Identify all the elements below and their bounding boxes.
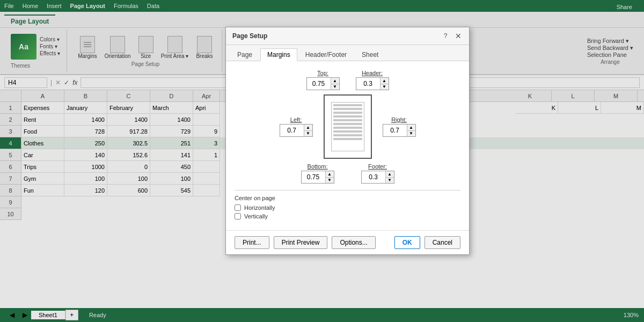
- vertically-checkbox-row: Vertically: [235, 213, 460, 219]
- close-button[interactable]: ✕: [454, 32, 463, 40]
- header-margin-input[interactable]: [356, 78, 380, 90]
- top-margin-spinner-btns: ▲ ▼: [331, 78, 339, 90]
- bottom-margin-down[interactable]: ▼: [325, 177, 334, 183]
- page-preview-lines: [332, 103, 364, 143]
- preview-line: [333, 108, 362, 110]
- print-button[interactable]: Print...: [235, 236, 269, 249]
- footer-margin-spinner[interactable]: ▲ ▼: [361, 171, 394, 184]
- footer-margin-label: Footer:: [368, 163, 387, 170]
- footer-margin-up[interactable]: ▲: [385, 171, 394, 177]
- center-on-page-section: Center on page Horizontally Vertically: [235, 190, 460, 219]
- header-margin-down[interactable]: ▼: [380, 84, 389, 90]
- dialog-titlebar: Page Setup ? ✕: [226, 27, 469, 45]
- preview-line: [333, 123, 362, 125]
- preview-line: [333, 138, 362, 140]
- horizontally-checkbox-row: Horizontally: [235, 204, 460, 211]
- bottom-margin-input[interactable]: [302, 171, 325, 183]
- left-margin-spinner-btns: ▲ ▼: [304, 125, 312, 136]
- preview-line: [333, 112, 362, 114]
- right-margin-input[interactable]: [383, 125, 407, 136]
- bottom-margin-spinner[interactable]: ▲ ▼: [301, 171, 334, 184]
- options-button[interactable]: Options...: [332, 236, 375, 249]
- footer-margin-down[interactable]: ▼: [385, 177, 394, 183]
- right-margin-field: Right: ▲ ▼: [383, 116, 416, 137]
- left-margin-up[interactable]: ▲: [304, 125, 312, 130]
- left-margin-down[interactable]: ▼: [304, 130, 312, 136]
- top-margins-section: Top: ▲ ▼ Header: ▲: [235, 70, 460, 90]
- dialog-footer: Print... Print Preview Options... OK Can…: [226, 230, 469, 254]
- bottom-margin-label: Bottom:: [308, 163, 328, 170]
- center-on-page-title: Center on page: [235, 195, 460, 201]
- bottom-margin-spinner-btns: ▲ ▼: [325, 171, 334, 183]
- header-margin-label: Header:: [362, 70, 383, 76]
- page-preview-margin-box: [331, 102, 364, 151]
- left-margin-spinner[interactable]: ▲ ▼: [280, 124, 313, 137]
- preview-line: [333, 119, 362, 121]
- preview-line: [333, 127, 362, 129]
- footer-margin-input[interactable]: [362, 171, 385, 183]
- bottom-margin-field: Bottom: ▲ ▼: [301, 163, 334, 184]
- horizontally-checkbox[interactable]: [235, 204, 241, 211]
- help-button[interactable]: ?: [441, 32, 450, 40]
- tab-margins[interactable]: Margins: [260, 48, 297, 61]
- footer-right-buttons: OK Cancel: [394, 236, 460, 249]
- top-margin-input[interactable]: [307, 78, 331, 90]
- header-margin-field: Header: ▲ ▼: [356, 70, 389, 90]
- header-margin-up[interactable]: ▲: [380, 78, 389, 84]
- bottom-margins-section: Bottom: ▲ ▼ Footer: ▲: [235, 163, 460, 184]
- vertically-label[interactable]: Vertically: [244, 213, 268, 219]
- tab-page[interactable]: Page: [230, 48, 259, 61]
- preview-line: [333, 115, 362, 118]
- preview-line: [333, 104, 362, 106]
- vertically-checkbox[interactable]: [235, 213, 241, 219]
- left-margin-label: Left:: [290, 116, 302, 123]
- top-margin-field: Top: ▲ ▼: [306, 70, 340, 90]
- footer-margin-field: Footer: ▲ ▼: [361, 163, 394, 184]
- header-margin-spinner-btns: ▲ ▼: [380, 78, 389, 90]
- left-margin-field: Left: ▲ ▼: [280, 116, 313, 137]
- top-margin-up[interactable]: ▲: [331, 78, 339, 84]
- horizontally-label[interactable]: Horizontally: [244, 204, 275, 211]
- cancel-button[interactable]: Cancel: [425, 236, 460, 249]
- top-margin-spinner[interactable]: ▲ ▼: [306, 77, 340, 90]
- page-setup-dialog: Page Setup ? ✕ Page Margins Header/Foote…: [225, 27, 470, 255]
- footer-left-buttons: Print... Print Preview Options...: [235, 236, 376, 249]
- dialog-body: Top: ▲ ▼ Header: ▲: [226, 61, 469, 230]
- bottom-margin-up[interactable]: ▲: [325, 171, 334, 177]
- ok-button[interactable]: OK: [394, 236, 420, 249]
- page-preview: [324, 94, 372, 159]
- dialog-tabs: Page Margins Header/Footer Sheet: [226, 45, 469, 61]
- right-margin-spinner-btns: ▲ ▼: [407, 125, 415, 136]
- footer-margin-spinner-btns: ▲ ▼: [385, 171, 394, 183]
- header-margin-spinner[interactable]: ▲ ▼: [356, 77, 389, 90]
- middle-section: Left: ▲ ▼: [235, 94, 460, 159]
- preview-line: [333, 134, 362, 136]
- right-margin-label: Right:: [391, 116, 407, 123]
- tab-header-footer[interactable]: Header/Footer: [298, 48, 354, 61]
- dialog-controls: ? ✕: [441, 32, 463, 40]
- print-preview-button[interactable]: Print Preview: [274, 236, 328, 249]
- top-margin-label: Top:: [317, 70, 328, 76]
- left-margin-input[interactable]: [280, 125, 304, 136]
- preview-line: [333, 130, 362, 133]
- right-margin-up[interactable]: ▲: [407, 125, 415, 130]
- tab-sheet[interactable]: Sheet: [355, 48, 385, 61]
- top-margin-down[interactable]: ▼: [331, 84, 339, 90]
- excel-window: File Home Insert Page Layout Formulas Da…: [0, 0, 644, 322]
- right-margin-spinner[interactable]: ▲ ▼: [383, 124, 416, 137]
- right-margin-down[interactable]: ▼: [407, 130, 415, 136]
- dialog-title: Page Setup: [232, 32, 267, 40]
